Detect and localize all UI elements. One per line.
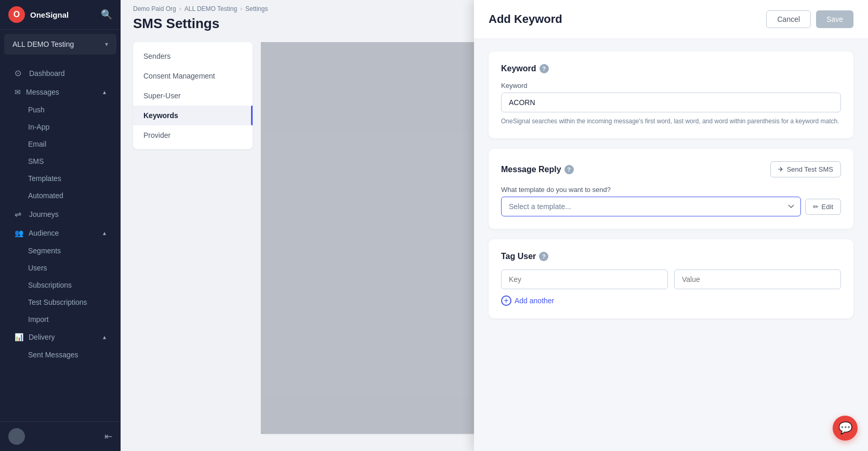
logo-icon: O bbox=[8, 6, 25, 23]
sidebar-item-label: Messages bbox=[26, 88, 59, 96]
chevron-down-icon: ▾ bbox=[105, 41, 108, 48]
logo-text: OneSignal bbox=[30, 10, 69, 19]
message-reply-header: Message Reply ? ✈ Send Test SMS bbox=[501, 161, 841, 177]
breadcrumb-item: Settings bbox=[245, 5, 268, 12]
collapse-sidebar-button[interactable]: ⇤ bbox=[104, 431, 112, 442]
message-reply-card: Message Reply ? ✈ Send Test SMS What tem… bbox=[489, 149, 853, 229]
sidebar-logo: O OneSignal bbox=[8, 6, 69, 23]
sidebar-item-messages[interactable]: ✉ Messages ▴ bbox=[4, 83, 116, 101]
sidebar-item-label: SMS bbox=[28, 157, 44, 165]
tag-key-input[interactable] bbox=[501, 269, 668, 289]
sidebar-item-email[interactable]: Email bbox=[4, 136, 116, 152]
sidebar-item-label: Audience bbox=[29, 229, 59, 237]
chevron-up-icon: ▴ bbox=[103, 229, 106, 237]
sidebar-nav: ⊙ Dashboard ✉ Messages ▴ Push In-App Ema… bbox=[0, 59, 121, 421]
audience-icon: 👥 bbox=[15, 229, 23, 237]
settings-nav-keywords[interactable]: Keywords bbox=[133, 106, 253, 125]
sidebar-item-automated[interactable]: Automated bbox=[4, 187, 116, 204]
send-test-sms-button[interactable]: ✈ Send Test SMS bbox=[770, 161, 841, 177]
settings-nav: Senders Consent Management Super-User Ke… bbox=[133, 42, 253, 149]
messages-icon: ✉ bbox=[15, 88, 21, 96]
sidebar-item-label: Segments bbox=[28, 247, 61, 255]
settings-nav-senders[interactable]: Senders bbox=[133, 46, 253, 66]
journeys-icon: ⇌ bbox=[15, 209, 24, 219]
sidebar-item-users[interactable]: Users bbox=[4, 260, 116, 276]
template-field-label: What template do you want to send? bbox=[501, 186, 841, 194]
sidebar-footer: ⇤ bbox=[0, 421, 121, 451]
sidebar-item-label: In-App bbox=[28, 123, 49, 131]
settings-nav-superuser[interactable]: Super-User bbox=[133, 86, 253, 106]
sidebar-item-delivery[interactable]: 📊 Delivery ▴ bbox=[4, 328, 116, 346]
keyword-section-title: Keyword ? bbox=[501, 64, 841, 73]
sidebar-item-label: Templates bbox=[28, 174, 61, 183]
avatar bbox=[8, 428, 25, 445]
cancel-button[interactable]: Cancel bbox=[766, 10, 811, 28]
edit-template-button[interactable]: ✏ Edit bbox=[805, 199, 841, 215]
sidebar-item-subscriptions[interactable]: Subscriptions bbox=[4, 277, 116, 293]
sidebar-item-label: Push bbox=[28, 106, 45, 114]
settings-nav-consent[interactable]: Consent Management bbox=[133, 66, 253, 86]
delivery-icon: 📊 bbox=[15, 333, 23, 341]
chevron-up-icon: ▴ bbox=[103, 88, 106, 96]
sidebar-item-label: Test Subscriptions bbox=[28, 298, 87, 306]
sidebar-item-label: Import bbox=[28, 315, 49, 324]
modal-body: Keyword ? Keyword OneSignal searches wit… bbox=[474, 39, 868, 451]
template-field-with-btn: Select a template... ✏ Edit bbox=[501, 197, 841, 216]
sidebar-item-label: Automated bbox=[28, 191, 63, 200]
sidebar-item-test-subscriptions[interactable]: Test Subscriptions bbox=[4, 294, 116, 311]
sidebar-item-push[interactable]: Push bbox=[4, 101, 116, 118]
tag-user-help-icon[interactable]: ? bbox=[539, 252, 548, 261]
add-another-button[interactable]: + Add another bbox=[501, 295, 841, 306]
sidebar-item-label: Delivery bbox=[29, 333, 55, 341]
keyword-input[interactable] bbox=[501, 93, 841, 112]
modal-title: Add Keyword bbox=[489, 12, 562, 26]
breadcrumb-separator: › bbox=[179, 5, 181, 12]
sidebar-item-import[interactable]: Import bbox=[4, 311, 116, 328]
sidebar-item-audience[interactable]: 👥 Audience ▴ bbox=[4, 224, 116, 242]
org-selector[interactable]: ALL DEMO Testing ▾ bbox=[4, 34, 116, 55]
edit-icon: ✏ bbox=[813, 203, 819, 211]
sidebar-header: O OneSignal 🔍 bbox=[0, 0, 121, 30]
sidebar-item-label: Sent Messages bbox=[28, 351, 78, 359]
modal-header: Add Keyword Cancel Save bbox=[474, 0, 868, 39]
sidebar-item-sms[interactable]: SMS bbox=[4, 153, 116, 170]
search-icon[interactable]: 🔍 bbox=[101, 9, 112, 20]
tag-user-title: Tag User ? bbox=[501, 252, 841, 261]
sidebar: O OneSignal 🔍 ALL DEMO Testing ▾ ⊙ Dashb… bbox=[0, 0, 121, 451]
sidebar-item-dashboard[interactable]: ⊙ Dashboard bbox=[4, 63, 116, 83]
keyword-card: Keyword ? Keyword OneSignal searches wit… bbox=[489, 51, 853, 138]
message-reply-title: Message Reply ? bbox=[501, 165, 574, 174]
send-icon: ✈ bbox=[778, 165, 784, 173]
sidebar-item-journeys[interactable]: ⇌ Journeys bbox=[4, 204, 116, 224]
keyword-hint: OneSignal searches within the incoming m… bbox=[501, 117, 841, 126]
chat-button[interactable]: 💬 bbox=[833, 416, 858, 441]
org-name: ALL DEMO Testing bbox=[12, 40, 74, 48]
sidebar-item-label: Subscriptions bbox=[28, 281, 72, 289]
modal-actions: Cancel Save bbox=[766, 10, 853, 28]
modal-panel: Add Keyword Cancel Save Keyword ? Keywor… bbox=[474, 0, 868, 451]
save-button[interactable]: Save bbox=[816, 10, 853, 28]
keyword-help-icon[interactable]: ? bbox=[540, 64, 549, 73]
sidebar-item-label: Users bbox=[28, 264, 47, 272]
breadcrumb-item[interactable]: ALL DEMO Testing bbox=[185, 5, 237, 12]
breadcrumb-separator: › bbox=[240, 5, 242, 12]
tag-user-card: Tag User ? + Add another bbox=[489, 239, 853, 318]
chevron-up-icon: ▴ bbox=[103, 333, 106, 341]
tag-user-row bbox=[501, 269, 841, 289]
template-select[interactable]: Select a template... bbox=[501, 197, 801, 216]
sidebar-item-sent-messages[interactable]: Sent Messages bbox=[4, 346, 116, 363]
keyword-field-label: Keyword bbox=[501, 82, 841, 89]
breadcrumb-item[interactable]: Demo Paid Org bbox=[133, 5, 176, 12]
settings-nav-provider[interactable]: Provider bbox=[133, 125, 253, 145]
message-reply-help-icon[interactable]: ? bbox=[564, 165, 574, 174]
sidebar-item-templates[interactable]: Templates bbox=[4, 170, 116, 187]
sidebar-item-segments[interactable]: Segments bbox=[4, 242, 116, 259]
dashboard-icon: ⊙ bbox=[15, 68, 24, 78]
tag-value-input[interactable] bbox=[674, 269, 841, 289]
plus-icon: + bbox=[501, 295, 511, 306]
chat-icon: 💬 bbox=[838, 421, 852, 435]
sidebar-item-label: Email bbox=[28, 140, 46, 148]
sidebar-item-label: Dashboard bbox=[29, 69, 65, 78]
sidebar-item-label: Journeys bbox=[29, 210, 59, 218]
sidebar-item-inapp[interactable]: In-App bbox=[4, 119, 116, 135]
